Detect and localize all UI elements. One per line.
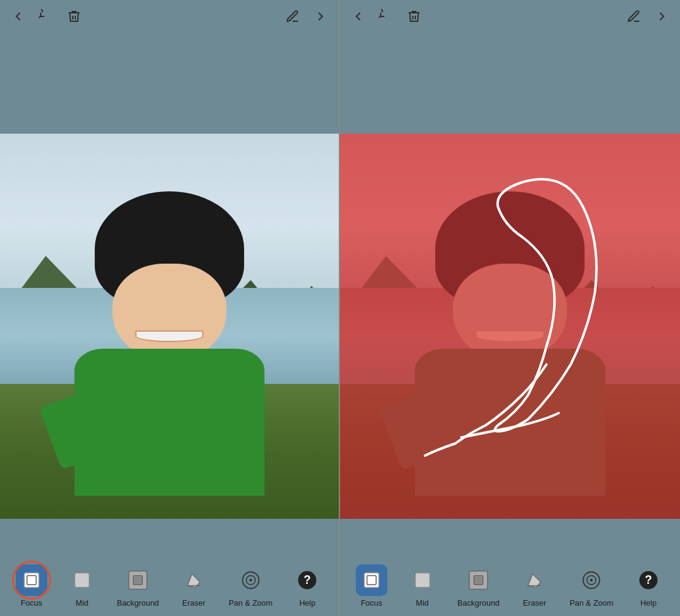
right-help-icon-wrap: ? <box>633 564 664 596</box>
pan-zoom-icon-wrap <box>235 564 267 596</box>
right-mid-icon-wrap <box>407 564 438 596</box>
left-toolbar-right <box>285 9 328 27</box>
eraser-label: Eraser <box>182 598 205 607</box>
left-forward-button[interactable] <box>313 9 328 27</box>
svg-text:?: ? <box>645 573 652 586</box>
right-gray-spacer <box>340 36 680 134</box>
right-face <box>453 264 567 362</box>
child-figure <box>34 191 305 519</box>
left-edit-button[interactable] <box>285 9 300 27</box>
svg-rect-15 <box>415 573 430 587</box>
left-bottom-toolbar: Focus Mid Background <box>0 555 339 616</box>
background-icon <box>127 569 149 591</box>
left-panel: Focus Mid Background <box>0 0 340 616</box>
right-help-label: Help <box>641 598 657 607</box>
right-tool-help[interactable]: ? Help <box>633 564 664 607</box>
right-tool-background[interactable]: Background <box>457 564 499 607</box>
pan-zoom-label: Pan & Zoom <box>229 598 273 607</box>
left-gray-spacer <box>0 36 339 134</box>
eraser-icon <box>183 569 205 591</box>
left-back-button[interactable] <box>11 9 25 27</box>
right-tool-mid[interactable]: Mid <box>407 564 438 607</box>
right-edit-button[interactable] <box>627 9 641 27</box>
mid-icon-wrap <box>66 564 98 596</box>
left-tool-focus[interactable]: Focus <box>16 564 47 607</box>
right-background-label: Background <box>457 598 499 607</box>
right-smile <box>476 330 545 342</box>
right-tool-focus[interactable]: Focus <box>356 564 387 607</box>
right-delete-button[interactable] <box>407 9 421 27</box>
right-eraser-icon-wrap <box>518 564 550 596</box>
right-pan-zoom-label: Pan & Zoom <box>570 598 613 607</box>
mid-label: Mid <box>76 598 89 607</box>
left-tool-background[interactable]: Background <box>117 564 158 607</box>
right-forward-button[interactable] <box>654 9 669 27</box>
right-tool-pan-zoom[interactable]: Pan & Zoom <box>570 564 613 607</box>
svg-point-10 <box>250 578 253 581</box>
right-pan-zoom-icon <box>580 569 602 591</box>
smile <box>135 330 203 342</box>
right-eraser-label: Eraser <box>523 598 546 607</box>
left-photo <box>0 134 339 519</box>
help-icon: ? <box>296 569 318 591</box>
face <box>112 264 226 362</box>
focus-icon <box>21 569 42 591</box>
right-photo <box>340 134 680 519</box>
pan-zoom-icon <box>240 569 262 591</box>
right-child-figure <box>374 191 646 519</box>
background-label: Background <box>117 598 158 607</box>
right-eraser-icon <box>523 569 545 591</box>
right-focus-label: Focus <box>361 598 382 607</box>
svg-text:?: ? <box>304 573 311 586</box>
svg-rect-17 <box>474 575 483 584</box>
focus-label: Focus <box>21 598 42 607</box>
right-background-icon-wrap <box>463 564 494 596</box>
help-label: Help <box>299 598 316 607</box>
left-tool-pan-zoom[interactable]: Pan & Zoom <box>229 564 273 607</box>
right-undo-button[interactable] <box>379 9 393 27</box>
left-toolbar <box>0 0 339 36</box>
right-focus-icon-wrap <box>356 564 387 596</box>
right-mid-label: Mid <box>416 598 429 607</box>
left-image-area <box>0 134 339 519</box>
right-panel: Focus Mid Background <box>340 0 680 616</box>
mid-icon <box>71 569 93 591</box>
right-tool-eraser[interactable]: Eraser <box>518 564 550 607</box>
svg-point-23 <box>590 578 593 581</box>
right-toolbar <box>340 0 680 36</box>
help-icon-wrap: ? <box>291 564 323 596</box>
right-back-button[interactable] <box>351 9 365 27</box>
right-mid-icon <box>412 569 433 591</box>
right-bottom-toolbar: Focus Mid Background <box>340 555 680 616</box>
background-icon-wrap <box>122 564 154 596</box>
right-background-icon <box>467 569 489 591</box>
svg-rect-4 <box>134 575 143 584</box>
left-tool-help[interactable]: ? Help <box>291 564 323 607</box>
left-toolbar-left <box>11 9 285 27</box>
svg-rect-13 <box>364 573 379 587</box>
right-focus-icon <box>361 569 382 591</box>
right-pan-zoom-icon-wrap <box>576 564 607 596</box>
eraser-icon-wrap <box>178 564 209 596</box>
left-bottom-spacer <box>0 519 339 555</box>
left-delete-button[interactable] <box>67 9 81 27</box>
left-undo-button[interactable] <box>39 9 53 27</box>
svg-rect-2 <box>75 573 89 587</box>
svg-rect-0 <box>24 573 39 587</box>
focus-icon-wrap <box>16 564 47 596</box>
left-tool-eraser[interactable]: Eraser <box>178 564 209 607</box>
right-help-icon: ? <box>638 569 659 591</box>
left-tool-mid[interactable]: Mid <box>66 564 98 607</box>
right-toolbar-right <box>627 9 669 27</box>
right-bottom-spacer <box>340 519 680 555</box>
right-toolbar-left <box>351 9 627 27</box>
right-image-area <box>340 134 680 519</box>
